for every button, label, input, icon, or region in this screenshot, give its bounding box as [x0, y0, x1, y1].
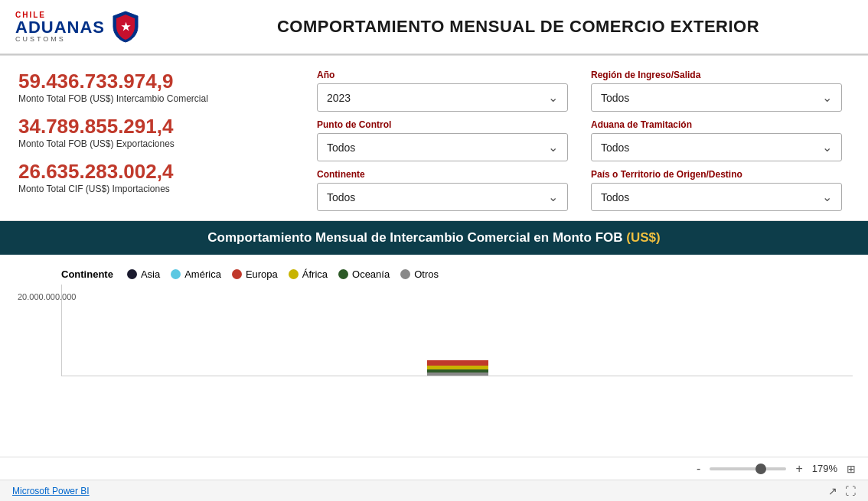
legend-america-label: América — [184, 268, 221, 280]
kpi-importaciones-label: Monto Total CIF (US$) Importaciones — [18, 184, 294, 194]
filter-region-select[interactable]: Todos ⌄ — [591, 83, 842, 112]
main-content: 59.436.733.974,9 Monto Total FOB (US$) I… — [0, 56, 868, 220]
filter-ano-select[interactable]: 2023 ⌄ — [317, 83, 568, 112]
header: CHILE ADUANAS CUSTOMS ★ COMPORTAMIENTO M… — [0, 0, 868, 55]
zoom-slider-thumb — [755, 464, 766, 474]
africa-dot — [289, 269, 299, 279]
fit-screen-icon[interactable]: ⊞ — [847, 463, 856, 475]
kpi-importaciones: 26.635.283.002,4 Monto Total CIF (US$) I… — [18, 160, 294, 200]
legend-europa-label: Europa — [246, 268, 278, 280]
america-dot — [171, 269, 181, 279]
filter-aduana-label: Aduana de Tramitación — [591, 119, 842, 130]
oceania-dot — [338, 269, 348, 279]
filter-section: Año 2023 ⌄ Región de Ingreso/Salida Todo… — [309, 70, 850, 211]
kpi-importaciones-value: 26.635.283.002,4 — [18, 160, 294, 184]
bottom-bar: - + 179% ⊞ — [0, 457, 868, 480]
zoom-plus-button[interactable]: + — [792, 462, 805, 476]
share-icon[interactable]: ↗ — [828, 485, 837, 497]
chart-section: Comportamiento Mensual de Intercambio Co… — [0, 220, 868, 457]
stacked-segment-europa — [427, 360, 488, 366]
svg-text:★: ★ — [121, 21, 131, 33]
stacked-bar — [427, 360, 488, 376]
filter-continente: Continente Todos ⌄ — [317, 169, 568, 211]
filter-pais-value: Todos — [601, 191, 629, 203]
filter-pais-select[interactable]: Todos ⌄ — [591, 183, 842, 211]
kpi-intercambio-label: Monto Total FOB (US$) Intercambio Comerc… — [18, 93, 294, 104]
legend-america: América — [171, 268, 221, 280]
europa-dot — [232, 269, 242, 279]
kpi-exportaciones-label: Monto Total FOB (US$) Exportaciones — [18, 138, 294, 149]
filter-pais-label: País o Territorio de Origen/Destino — [591, 169, 842, 180]
zoom-slider-track[interactable] — [710, 467, 786, 470]
chart-title: Comportamiento Mensual de Intercambio Co… — [15, 230, 853, 246]
legend-asia: Asia — [127, 268, 160, 280]
legend-asia-label: Asia — [141, 268, 160, 280]
asia-dot — [127, 269, 137, 279]
legend-otros-label: Otros — [414, 268, 439, 280]
chart-area: 20.000.000.000 — [61, 285, 853, 376]
filter-punto-select[interactable]: Todos ⌄ — [317, 133, 568, 161]
page-title: COMPORTAMIENTO MENSUAL DE COMERCIO EXTER… — [184, 17, 853, 37]
footer: Microsoft Power BI ↗ ⛶ — [0, 480, 868, 501]
legend-africa: África — [289, 268, 328, 280]
expand-icon[interactable]: ⛶ — [845, 485, 856, 497]
stacked-segment-otros — [427, 372, 488, 376]
kpi-exportaciones: 34.789.855.291,4 Monto Total FOB (US$) E… — [18, 115, 294, 155]
legend-africa-label: África — [302, 268, 328, 280]
logo-customs-text: CUSTOMS — [15, 36, 105, 43]
otros-dot — [400, 269, 410, 279]
filter-continente-value: Todos — [327, 191, 355, 203]
logo-aduanas-text: ADUANAS — [15, 19, 105, 36]
zoom-control: - + 179% ⊞ — [693, 462, 856, 476]
chevron-down-icon: ⌄ — [548, 190, 558, 204]
legend-otros: Otros — [400, 268, 439, 280]
filter-aduana: Aduana de Tramitación Todos ⌄ — [591, 119, 842, 161]
legend-oceania: Oceanía — [338, 268, 390, 280]
shield-icon: ★ — [111, 10, 140, 44]
filter-ano-label: Año — [317, 70, 568, 80]
chevron-down-icon: ⌄ — [822, 90, 832, 105]
logo-area: CHILE ADUANAS CUSTOMS ★ — [15, 10, 184, 44]
filter-region-value: Todos — [601, 92, 629, 104]
filter-ano: Año 2023 ⌄ — [317, 70, 568, 112]
filter-region-label: Región de Ingreso/Salida — [591, 70, 842, 80]
filter-ano-value: 2023 — [327, 92, 351, 104]
logo-text: CHILE ADUANAS CUSTOMS — [15, 11, 105, 43]
zoom-minus-button[interactable]: - — [693, 462, 703, 476]
footer-icons: ↗ ⛶ — [828, 485, 856, 497]
filter-punto-label: Punto de Control — [317, 119, 568, 130]
chart-body: Continente Asia América Europa África Oc… — [0, 255, 868, 400]
filter-pais: País o Territorio de Origen/Destino Todo… — [591, 169, 842, 211]
zoom-percent-label: 179% — [812, 463, 837, 474]
filter-continente-label: Continente — [317, 169, 568, 180]
filter-punto-value: Todos — [327, 142, 355, 154]
chevron-down-icon: ⌄ — [822, 190, 832, 204]
legend-title: Continente — [61, 268, 113, 280]
kpi-exportaciones-value: 34.789.855.291,4 — [18, 115, 294, 138]
chart-title-highlight: (US$) — [626, 230, 660, 245]
filter-punto: Punto de Control Todos ⌄ — [317, 119, 568, 161]
filter-region: Región de Ingreso/Salida Todos ⌄ — [591, 70, 842, 112]
chevron-down-icon: ⌄ — [548, 90, 558, 105]
filter-aduana-value: Todos — [601, 142, 629, 154]
y-axis-label: 20.000.000.000 — [18, 292, 76, 301]
kpi-intercambio-value: 59.436.733.974,9 — [18, 70, 294, 93]
filter-aduana-select[interactable]: Todos ⌄ — [591, 133, 842, 161]
kpi-intercambio: 59.436.733.974,9 Monto Total FOB (US$) I… — [18, 70, 294, 110]
chart-title-part1: Comportamiento Mensual de Intercambio Co… — [207, 230, 626, 245]
chart-legend: Continente Asia América Europa África Oc… — [15, 262, 853, 285]
filter-continente-select[interactable]: Todos ⌄ — [317, 183, 568, 211]
chart-header: Comportamiento Mensual de Intercambio Co… — [0, 221, 868, 255]
chevron-down-icon: ⌄ — [548, 140, 558, 155]
legend-oceania-label: Oceanía — [352, 268, 390, 280]
legend-europa: Europa — [232, 268, 278, 280]
kpi-section: 59.436.733.974,9 Monto Total FOB (US$) I… — [18, 70, 309, 211]
powerbi-link[interactable]: Microsoft Power BI — [12, 486, 90, 496]
chevron-down-icon: ⌄ — [822, 140, 832, 155]
